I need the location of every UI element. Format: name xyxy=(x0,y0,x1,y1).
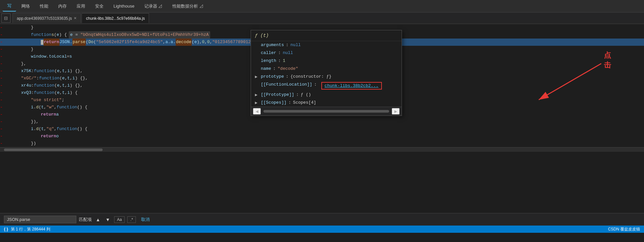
code-text: ) {}, xyxy=(70,82,83,89)
tooltip-val: {constructor: ƒ} xyxy=(290,74,332,79)
function-location-link[interactable]: chunk-libs.38b2cb2... xyxy=(325,83,379,88)
code-text: "q" xyxy=(46,125,54,133)
panel-toggle-icon[interactable]: ⊟ xyxy=(1,13,11,23)
code-text: t xyxy=(62,67,65,75)
code-text: ) { xyxy=(70,89,77,96)
code-text: , xyxy=(65,67,67,75)
tooltip-sep: : xyxy=(296,92,299,97)
code-text: , xyxy=(205,39,207,46)
nav-network[interactable]: 网络 xyxy=(17,1,35,11)
tooltip-sep: : xyxy=(288,100,291,105)
cursor xyxy=(41,40,43,45)
code-text: ( xyxy=(54,31,57,39)
expand-icon[interactable]: ▶ xyxy=(255,100,260,105)
tab-bar: ⊟ app.dce43699377c53193635.js ✕ chunk-li… xyxy=(0,13,644,24)
tooltip-val: "decode" xyxy=(278,66,298,71)
code-text: () { xyxy=(77,104,87,111)
hscroll-thumb[interactable] xyxy=(4,148,103,151)
line-minus: - xyxy=(0,75,5,82)
nav-security[interactable]: 安全 xyxy=(90,1,108,11)
code-text: , xyxy=(54,125,57,133)
tooltip-hscroll-thumb[interactable] xyxy=(263,110,389,113)
line-minus: - xyxy=(0,60,5,67)
tooltip-row-arguments: arguments : null xyxy=(251,41,402,49)
code-text: "012345677890123" xyxy=(212,39,256,46)
code-text: "5e5062e82f15fe4ca9d24bc5" xyxy=(96,39,163,46)
code-text: ( xyxy=(93,39,96,46)
code-text: "xGC/" xyxy=(21,75,37,82)
code-text: ( xyxy=(60,75,62,82)
tooltip-row-scopes[interactable]: ▶ [[Scopes]] : Scopes[4] xyxy=(251,99,402,107)
prev-match-btn[interactable]: ▲ xyxy=(94,216,102,223)
tab-chunk-libs[interactable]: chunk-libs.38b2...5c97e66b84a.js xyxy=(82,13,149,23)
code-text: ( xyxy=(54,67,57,75)
scroll-right-btn[interactable]: ▶ xyxy=(392,108,400,115)
tooltip-sep: : xyxy=(286,42,288,47)
tooltip-key: arguments xyxy=(261,42,284,47)
regex-btn[interactable]: .* xyxy=(127,216,136,223)
status-position: 第 1 行，第 286444 列 xyxy=(11,227,50,232)
code-text: . xyxy=(34,104,36,111)
nav-application[interactable]: 应用 xyxy=(72,1,90,11)
code-text: ( xyxy=(54,82,57,89)
line-minus: - xyxy=(0,125,5,133)
line-minus: - xyxy=(0,53,5,60)
code-text: , xyxy=(65,89,67,96)
nav-performance[interactable]: 性能 xyxy=(35,1,53,11)
cancel-search-btn[interactable]: 取消 xyxy=(138,216,152,223)
curly-icon: { } xyxy=(4,227,8,231)
code-text: e xyxy=(57,82,60,89)
tooltip-row-prototype[interactable]: ▶ prototype : {constructor: ƒ} xyxy=(251,73,402,81)
code-text: e xyxy=(57,67,60,75)
top-nav: 写 网络 性能 内存 应用 安全 Lighthouse 记录器 ⊿ 性能数据分析… xyxy=(0,0,644,13)
aa-btn[interactable]: Aa xyxy=(114,216,125,223)
code-text: Do xyxy=(88,39,94,46)
code-text: } xyxy=(31,46,34,53)
code-text: : xyxy=(31,89,34,96)
line-minus: - xyxy=(0,104,5,111)
tooltip-sep: : xyxy=(278,58,281,63)
code-text: , xyxy=(65,75,67,82)
tab-chunk-libs-label: chunk-libs.38b2...5c97e66b84a.js xyxy=(86,16,145,21)
code-text: . xyxy=(168,39,171,46)
code-text: function xyxy=(31,31,51,39)
code-text: , xyxy=(44,125,46,133)
tooltip-title: ƒ (t) xyxy=(251,30,402,41)
line-minus: - xyxy=(0,67,5,75)
hscroll-bar[interactable] xyxy=(0,147,644,152)
code-text: d xyxy=(36,125,39,133)
status-watermark: CSDN 覆盆皮皮猫 xyxy=(608,227,640,232)
code-text: = xyxy=(75,32,81,37)
search-bar: 匹配项 ▲ ▼ Aa .* 取消 xyxy=(0,213,644,226)
nav-write[interactable]: 写 xyxy=(3,1,16,12)
tooltip-key: length xyxy=(261,58,276,63)
code-text: t xyxy=(41,125,44,133)
code-text: i xyxy=(31,104,34,111)
nav-memory[interactable]: 内存 xyxy=(54,1,71,11)
expand-icon[interactable]: ▶ xyxy=(255,74,260,79)
code-text: : xyxy=(31,82,34,89)
code-text: ( xyxy=(192,39,194,46)
tooltip-row-proto[interactable]: ▶ [[Prototype]] : ƒ () xyxy=(251,91,402,99)
code-text: . xyxy=(46,53,49,60)
tooltip-key: [[Prototype]] xyxy=(261,92,294,97)
next-match-btn[interactable]: ▼ xyxy=(104,216,111,223)
code-text: i xyxy=(72,75,75,82)
tooltip-val: Scopes[4] xyxy=(293,100,316,105)
tab-app-js-label: app.dce43699377c53193635.js xyxy=(17,16,72,21)
nav-lighthouse[interactable]: Lighthouse xyxy=(109,2,139,11)
expand-icon[interactable]: ▶ xyxy=(255,92,260,97)
code-text: : xyxy=(31,67,34,75)
search-input[interactable] xyxy=(4,216,76,223)
code-text: function xyxy=(34,89,54,96)
code-text: }), xyxy=(31,118,38,125)
tooltip-panel: ƒ (t) arguments : null caller : null len… xyxy=(251,30,402,116)
scroll-left-btn[interactable]: ◀ xyxy=(253,108,261,115)
tab-app-js-close[interactable]: ✕ xyxy=(74,16,77,20)
code-text: 0 xyxy=(207,39,210,46)
tooltip-hscroll[interactable]: ◀ ▶ xyxy=(251,107,402,116)
tab-app-js[interactable]: app.dce43699377c53193635.js ✕ xyxy=(12,13,81,23)
nav-recorder[interactable]: 记录器 ⊿ xyxy=(140,1,167,11)
nav-perf-analysis[interactable]: 性能数据分析 ⊿ xyxy=(168,1,208,11)
code-text: ( xyxy=(38,104,41,111)
